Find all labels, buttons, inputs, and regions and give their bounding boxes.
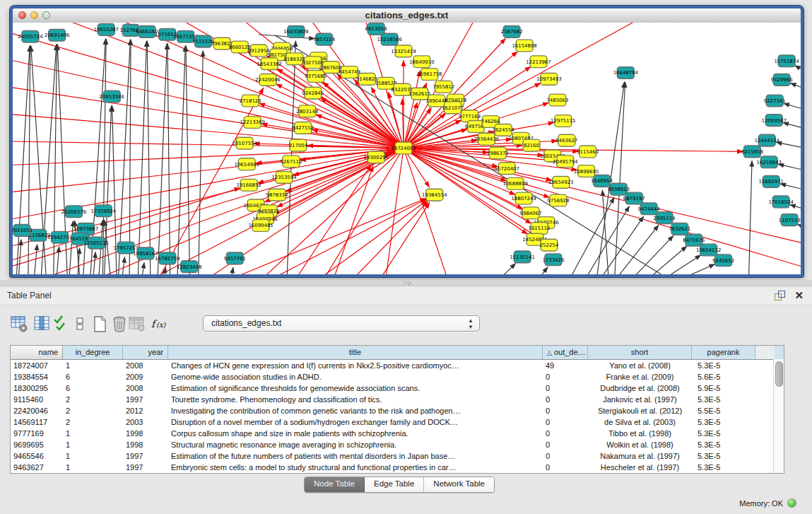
graph-node[interactable]: 1615112 [529,223,551,235]
table-cell[interactable]: 9463627 [11,462,63,473]
graph-node[interactable]: 12213967 [526,56,551,68]
graph-node[interactable]: 8215958 [741,146,763,158]
graph-node[interactable]: 24055724 [18,30,43,42]
table-cell[interactable]: Estimation of the future numbers of pati… [168,450,543,462]
column-header-name[interactable]: name [11,346,63,359]
graph-node[interactable]: 1107533 [779,214,801,226]
table-cell[interactable]: 5.3E-5 [692,428,755,439]
graph-node[interactable]: 18724007 [391,142,416,154]
table-cell[interactable]: 0 [543,450,588,462]
table-cell[interactable]: 5.5E-5 [692,405,755,416]
column-header-year[interactable]: year [123,346,168,359]
table-cell[interactable]: 5.3E-5 [692,394,755,405]
table-row[interactable]: 2242004622012Investigating the contribut… [11,405,784,416]
graph-node[interactable]: 7485063 [546,94,568,106]
panel-splitter[interactable] [0,280,812,286]
graph-node[interactable]: 16782759 [155,252,180,264]
graph-node[interactable]: 9984067 [520,207,542,219]
graph-node[interactable]: 15135141 [510,251,534,263]
graph-node[interactable]: 9463627 [555,134,577,146]
graph-node[interactable]: 20364436 [474,133,499,145]
graph-node[interactable]: 9227341 [764,95,786,107]
graph-node[interactable]: 8912954 [248,45,271,57]
table-cell[interactable]: Nakamura et al. (1997) [588,450,692,462]
graph-node[interactable]: 18807249 [511,192,536,204]
column-header-outde[interactable]: △out_de… [543,346,588,359]
table-cell[interactable]: 6 [63,382,123,394]
graph-node[interactable]: 2803144 [296,105,319,117]
table-row[interactable]: 946362711997Embryonic stem cells: a mode… [11,462,784,473]
import-table-icon[interactable] [127,315,146,334]
table-row[interactable]: 1938455462009Genome-wide association stu… [11,371,784,382]
graph-node[interactable]: 9245652 [712,255,734,267]
graph-node[interactable]: 15692971 [759,175,784,187]
close-window-icon[interactable] [18,11,26,19]
table-cell[interactable]: 5.3E-5 [692,416,755,428]
graph-node[interactable]: 1733426 [542,254,564,266]
zoom-window-icon[interactable] [42,11,50,19]
table-cell[interactable]: 5.3E-5 [692,360,755,371]
graph-node[interactable]: 7955812 [433,81,454,93]
table-cell[interactable]: 1 [63,360,123,371]
graph-node[interactable]: 20206576 [61,206,86,218]
graph-node[interactable]: 9457791 [224,252,246,264]
function-builder-icon[interactable]: f(x) [150,315,169,334]
graph-node[interactable]: 16961758 [417,69,442,81]
graph-node[interactable]: 252254 [540,239,559,251]
table-cell[interactable]: 0 [543,462,588,473]
column-header-indegree[interactable]: in_degree [63,346,123,359]
graph-node[interactable]: 16648784 [613,67,639,79]
graph-node[interactable]: 7986372 [487,147,509,159]
table-cell[interactable]: 1 [63,450,123,462]
graph-node[interactable]: 18543382 [257,58,281,70]
graph-node[interactable]: 15720407 [495,163,519,175]
create-column-icon[interactable] [90,315,110,334]
table-cell[interactable]: 1 [63,439,123,450]
graph-node[interactable]: 8427552 [292,122,314,134]
network-graph[interactable]: 2405572420691406106552871527602646616010… [13,23,801,274]
table-cell[interactable]: 9115460 [11,394,63,405]
table-cell[interactable]: 0 [543,405,588,416]
table-cell[interactable]: 1 [63,428,123,439]
table-row[interactable]: 911546021997Tourette syndrome. Phenomeno… [11,394,784,405]
table-cell[interactable]: 0 [543,371,588,382]
table-scrollbar-thumb[interactable] [775,361,783,387]
table-cell[interactable]: de Silva et al. (2003) [588,416,692,428]
column-header-short[interactable]: short [588,346,692,359]
table-cell[interactable]: Corpus callosum shape and size in male p… [168,428,543,439]
graph-node[interactable]: 7857224 [313,33,336,45]
graph-node[interactable]: 9115460 [577,146,599,158]
table-cell[interactable]: Yano et al. (2008) [588,360,692,371]
table-cell[interactable]: Embryonic stem cells: a model to study s… [168,462,543,473]
graph-node[interactable]: 13325419 [391,45,416,57]
table-row[interactable]: 1456911722003Disruption of a novel membe… [11,416,784,428]
graph-node[interactable]: 9756928 [547,194,569,206]
graph-node[interactable]: 9242845 [302,87,324,99]
delete-column-icon[interactable] [110,315,129,334]
graph-node[interactable]: 19384554 [422,189,447,201]
column-header-pagerank[interactable]: pagerank [692,346,755,359]
table-cell[interactable]: 2 [63,405,123,416]
table-cell[interactable]: 5.6E-5 [692,371,755,382]
table-cell[interactable]: 18724007 [11,360,63,371]
graph-node[interactable]: 9878334 [266,189,289,201]
table-row[interactable]: 1872400712008Changes of HCN gene express… [11,360,784,371]
graph-node[interactable]: 18640910 [409,56,434,68]
graph-node[interactable]: 2015051 [13,224,33,236]
table-cell[interactable]: Tibbo et al. (1998) [588,428,692,439]
graph-node[interactable]: 10654945 [235,158,259,170]
graph-node[interactable]: 12093587 [762,115,787,127]
table-cell[interactable]: Dudbridge et al. (2008) [588,382,692,394]
table-cell[interactable]: 9465546 [11,450,63,462]
table-cell[interactable]: 2008 [123,360,168,371]
graph-node[interactable]: 10899695 [574,165,599,177]
table-cell[interactable]: Genome-wide association studies in ADHD. [168,371,543,382]
table-source-select[interactable]: citations_edges.txt ▲▼ [203,315,480,332]
graph-node[interactable]: 12975115 [551,115,575,127]
graph-node[interactable]: 12823448 [177,261,201,273]
table-cell[interactable]: 22420046 [11,405,63,416]
table-cell[interactable]: Wolkin et al. (1998) [588,439,692,450]
table-cell[interactable]: Tourette syndrome. Phenomenology and cla… [168,394,543,405]
table-cell[interactable]: 2 [63,394,123,405]
graph-node[interactable]: 1640954 [591,175,613,187]
